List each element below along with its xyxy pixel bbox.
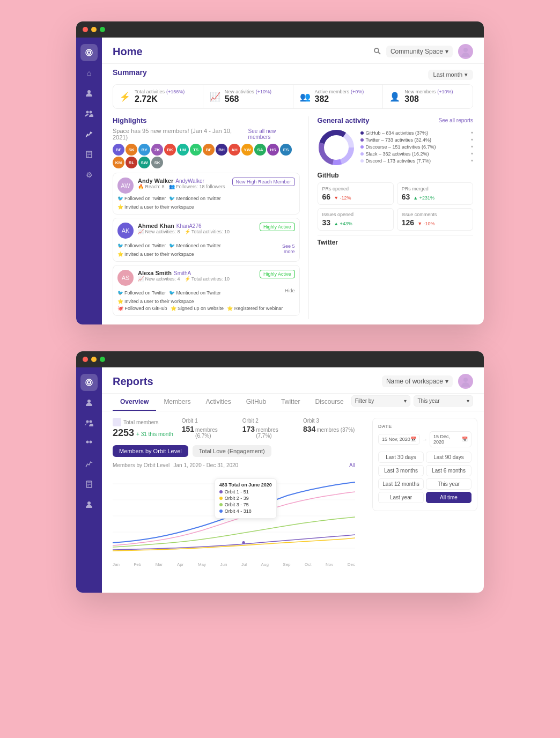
svg-point-22 [90,420,92,423]
chart-all-link[interactable]: All [349,462,355,468]
avatar[interactable] [458,44,473,59]
prs-opened-label: PRs opened [322,186,389,191]
members-by-orbit-btn[interactable]: Members by Orbit Level [113,445,188,457]
date-from-value: 15 Nov, 2020 [382,437,410,442]
last-12-months-btn[interactable]: Last 12 months [378,478,424,490]
stat-value-newmem: 308 [404,94,466,104]
activity-mention-twitter: 🐦 Mentioned on Twitter [169,196,220,201]
orbit-2-value: 173 [242,425,255,433]
time-year-select[interactable]: This year ▾ [414,395,473,407]
chart-title-row: Members by Orbit Level Jan 1, 2020 - Dec… [113,461,355,469]
stat-value-active: 382 [315,94,377,104]
orbit-3-stat: Orbit 3 834 membres (37%) [303,418,355,433]
sidebar-icon-orbit[interactable] [80,44,98,61]
expand-dot[interactable] [100,27,105,32]
tab-activities[interactable]: Activities [198,394,238,411]
sidebar-r-users2[interactable] [80,435,98,452]
tab-github[interactable]: GitHub [239,394,274,411]
stat-label-text: Total activities [135,89,165,94]
github-grid: PRs opened 66 ▼ -12% PRs merged 63 [318,182,473,231]
expand-dot-r[interactable] [100,357,105,362]
tooltip-orbit1: Orbit 1 - 51 [219,489,272,495]
minimize-dot[interactable] [91,27,97,32]
total-love-btn[interactable]: Total Love (Engagement) [193,445,271,457]
all-time-btn[interactable]: All time [426,492,471,503]
reports-stats-row: Total members 2253 + 31 this month Orbit… [113,418,355,439]
filter-label: Last month [433,71,462,78]
reports-main: Total members 2253 + 31 this month Orbit… [102,411,484,565]
stat-change-total: (+156%) [166,89,185,94]
andy-info: Andy Walker AndyWalker 🔥 Reach: 8 👥 Foll… [138,178,228,189]
summary-section: Summary Last month ▾ ⚡ Total activities … [102,64,484,116]
date-to-input[interactable]: 15 Dec, 2020 📅 [430,431,471,447]
new-members-header-text: Space has 95 new members! (Jan 4 - Jan 1… [113,128,248,141]
last-30-days-btn[interactable]: Last 30 days [378,452,424,463]
legend-label-twitter: Twitter – 733 activities (32.4%) [366,137,469,143]
see-more-link[interactable]: See 5 more [274,243,295,254]
titlebar-home [76,21,484,38]
svg-point-19 [86,379,92,386]
tab-discourse[interactable]: Discourse [307,394,351,411]
close-dot[interactable] [83,27,88,32]
last-90-days-btn[interactable]: Last 90 days [426,452,471,463]
legend-dot-github [360,131,364,135]
tab-overview[interactable]: Overview [113,394,156,411]
member-avatars-row: BF SK BY ZK BK LM TS BF BH AH YW SA HS E… [113,144,300,168]
date-from-input[interactable]: 15 Nov, 2020 📅 [378,434,420,445]
see-all-reports-link[interactable]: See all reports [439,117,473,123]
time-filter-pill[interactable]: Last month ▾ [428,70,473,80]
reports-workspace-selector[interactable]: Name of workspace ▾ [382,375,453,387]
svg-point-17 [326,137,347,158]
avatar-rl: RL [126,157,137,168]
chevron-down-icon: ▾ [467,398,469,404]
last-6-months-btn[interactable]: Last 6 months [426,465,471,476]
hide-link[interactable]: Hide [285,288,295,293]
sidebar-icon-users[interactable] [80,105,98,122]
avatar-ah: AH [229,144,240,156]
svg-point-3 [86,111,89,114]
filter-by-select[interactable]: Filter by ▾ [351,395,411,407]
legend-twitter: Twitter – 733 activities (32.4%) ▾ [360,137,473,143]
see-all-new-members-link[interactable]: See all new members [248,128,300,140]
alexa-total: ⚡ Total activities: 10 [185,276,230,282]
sidebar-r-user[interactable] [80,394,98,411]
sidebar-r-person[interactable] [80,496,98,513]
tab-members[interactable]: Members [156,394,198,411]
tab-twitter[interactable]: Twitter [274,394,307,411]
svg-point-2 [87,90,91,93]
ahmed-avatar: AK [117,223,134,239]
prs-merged-change: ▲ +231% [413,195,434,201]
sidebar-icon-doc[interactable] [80,146,98,163]
sidebar-r-orbit[interactable] [80,374,98,391]
alexa-avatar: AS [117,270,134,286]
ahmed-meta: 📈 New activities: 8 ⚡ Total activities: … [138,229,255,234]
total-members-value: 2253 [113,427,134,439]
alexa-info: Alexa Smith SmithA 📈 New activities: 4 ⚡… [138,270,255,282]
last-3-months-btn[interactable]: Last 3 months [378,465,424,476]
activity-panel: General activity See all reports [309,116,473,319]
last-year-btn[interactable]: Last year [378,492,424,503]
tooltip-total: 483 Total on June 2020 [219,482,272,488]
home-window: ⌂ ⚙ Home [76,21,484,324]
sidebar-r-doc[interactable] [80,476,98,493]
close-dot-r[interactable] [83,357,88,362]
sidebar-icon-user[interactable] [80,85,98,102]
chart-buttons: Members by Orbit Level Total Love (Engag… [113,445,355,457]
sidebar-icon-home[interactable]: ⌂ [80,64,98,82]
sidebar-r-users[interactable] [80,415,98,432]
legend-label-slack: Slack – 362 activities (16.2%) [366,151,469,157]
stat-change-active: (+0%) [351,89,364,94]
reports-avatar[interactable] [458,374,473,389]
sidebar-icon-settings[interactable]: ⚙ [80,166,98,183]
summary-title: Summary [113,68,147,77]
search-button[interactable] [373,47,381,56]
avatar-sw: SW [138,157,150,168]
alexa-follow: 🐦 Followed on Twitter [117,290,166,296]
minimize-dot-r[interactable] [91,357,97,362]
sidebar-r-chart[interactable] [80,455,98,473]
legend-github: GitHub – 834 activities (37%) ▾ [360,130,473,136]
sidebar-icon-chart[interactable] [80,126,98,143]
workspace-selector[interactable]: Community Space ▾ [386,46,453,57]
this-year-btn[interactable]: This year [426,478,471,490]
new-activities-icon: 📈 [210,92,220,102]
